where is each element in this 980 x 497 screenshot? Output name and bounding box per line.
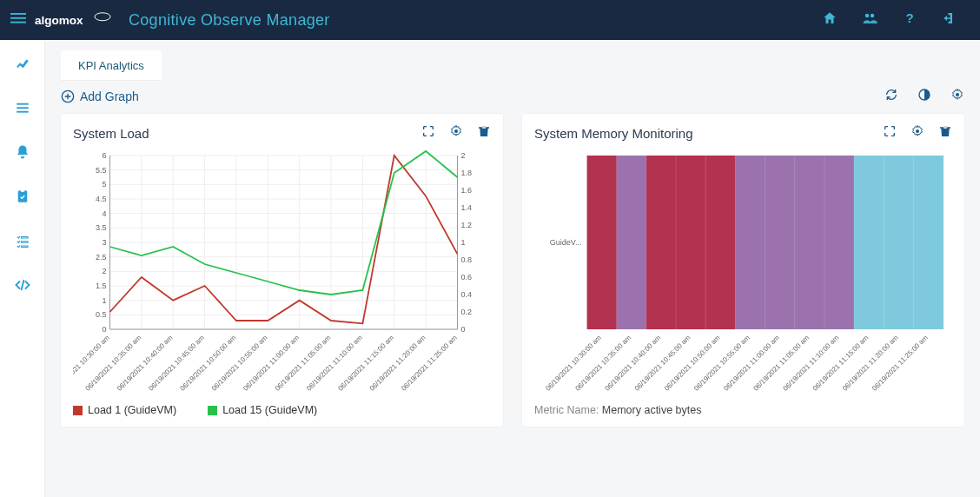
svg-rect-12 xyxy=(20,189,24,192)
menu-toggle-icon[interactable] xyxy=(10,10,26,30)
svg-text:0.8: 0.8 xyxy=(461,255,473,264)
panel-title-mem: System Memory Monitoring xyxy=(534,126,693,141)
svg-text:1.4: 1.4 xyxy=(461,203,473,212)
svg-text:06/19/2021 11:25:00 am: 06/19/2021 11:25:00 am xyxy=(871,334,930,393)
home-icon[interactable] xyxy=(822,10,838,30)
app-title: Cognitive Observe Manager xyxy=(129,11,330,30)
svg-rect-92 xyxy=(735,156,765,329)
svg-text:4.5: 4.5 xyxy=(96,195,107,203)
expand-icon[interactable] xyxy=(883,124,897,142)
svg-text:06/19/2021 11:15:00 am: 06/19/2021 11:15:00 am xyxy=(811,334,871,393)
svg-text:2: 2 xyxy=(461,151,466,160)
main-content: KPI Analytics Add Graph xyxy=(45,40,980,497)
svg-text:06/19/2021 10:40:00 am: 06/19/2021 10:40:00 am xyxy=(116,334,175,393)
tab-kpi-analytics[interactable]: KPI Analytics xyxy=(61,50,162,81)
panel-system-load: System Load 00.511.522.533.544.555.5600.… xyxy=(61,114,503,427)
expand-icon[interactable] xyxy=(421,124,435,142)
chart-system-load: 00.511.522.533.544.555.5600.20.40.60.811… xyxy=(73,147,491,399)
svg-text:06/19/2021 11:25:00 am: 06/19/2021 11:25:00 am xyxy=(400,334,459,393)
svg-rect-86 xyxy=(646,156,677,329)
svg-rect-82 xyxy=(587,156,618,329)
nav-bell-icon[interactable] xyxy=(15,144,30,164)
nav-list-icon[interactable] xyxy=(15,100,30,120)
svg-text:06/19/2021 10:50:00 am: 06/19/2021 10:50:00 am xyxy=(179,334,238,393)
gear-icon[interactable] xyxy=(910,124,924,142)
topbar: algomox Cognitive Observe Manager ? xyxy=(0,0,980,40)
svg-text:06/19/2021 10:30:00 am: 06/19/2021 10:30:00 am xyxy=(544,334,603,393)
svg-text:06/19/2021 11:05:00 am: 06/19/2021 11:05:00 am xyxy=(752,334,811,393)
svg-text:3: 3 xyxy=(102,238,106,247)
svg-text:GuideV...: GuideV... xyxy=(550,238,582,247)
gear-icon[interactable] xyxy=(449,124,463,142)
svg-text:4: 4 xyxy=(102,209,106,218)
svg-rect-8 xyxy=(17,103,29,105)
svg-text:06/19/2021 10:35:00 am: 06/19/2021 10:35:00 am xyxy=(573,334,632,393)
svg-text:1: 1 xyxy=(461,238,466,247)
svg-point-5 xyxy=(865,13,870,17)
svg-text:2.5: 2.5 xyxy=(96,253,107,262)
contrast-icon[interactable] xyxy=(917,88,931,105)
svg-text:algomox: algomox xyxy=(35,14,83,27)
logout-icon[interactable] xyxy=(942,10,957,30)
svg-rect-11 xyxy=(17,190,27,202)
svg-text:06/19/2021 11:20:00 am: 06/19/2021 11:20:00 am xyxy=(841,334,900,393)
svg-text:06/19/2021 11:00:00 am: 06/19/2021 11:00:00 am xyxy=(722,334,781,393)
svg-text:06/19/2021 10:45:00 am: 06/19/2021 10:45:00 am xyxy=(147,334,206,393)
toolbar-row: Add Graph xyxy=(61,88,964,105)
svg-text:06/19/2021 11:10:00 am: 06/19/2021 11:10:00 am xyxy=(782,334,841,393)
logo: algomox xyxy=(35,8,113,32)
svg-rect-90 xyxy=(705,156,736,329)
users-icon[interactable] xyxy=(862,10,877,30)
svg-text:0.2: 0.2 xyxy=(461,308,473,316)
trash-icon[interactable] xyxy=(938,124,952,142)
svg-rect-84 xyxy=(617,156,647,329)
nav-tasks-icon[interactable] xyxy=(15,233,30,253)
panel-title-load: System Load xyxy=(73,126,149,141)
svg-point-16 xyxy=(454,129,458,133)
svg-text:3.5: 3.5 xyxy=(96,223,107,232)
svg-text:0.5: 0.5 xyxy=(96,310,107,319)
nav-clipboard-icon[interactable] xyxy=(15,189,30,209)
svg-text:5: 5 xyxy=(102,180,106,189)
refresh-icon[interactable] xyxy=(884,88,898,105)
svg-text:06/19/2021 11:10:00 am: 06/19/2021 11:10:00 am xyxy=(305,334,364,393)
svg-point-6 xyxy=(871,13,875,17)
page-tools xyxy=(884,88,964,105)
left-nav xyxy=(0,40,45,497)
svg-point-15 xyxy=(956,93,959,96)
svg-rect-100 xyxy=(854,156,884,329)
svg-rect-96 xyxy=(795,156,825,329)
svg-text:1.2: 1.2 xyxy=(461,221,473,229)
svg-text:06/19/2021 10:40:00 am: 06/19/2021 10:40:00 am xyxy=(604,334,663,393)
svg-rect-102 xyxy=(884,156,914,329)
svg-text:1.8: 1.8 xyxy=(461,169,473,177)
svg-text:06/19/2021 10:35:00 am: 06/19/2021 10:35:00 am xyxy=(84,334,143,393)
help-icon[interactable]: ? xyxy=(902,10,917,30)
svg-text:06/19/2021 10:55:00 am: 06/19/2021 10:55:00 am xyxy=(692,334,752,393)
settings-icon[interactable] xyxy=(950,88,964,105)
legend-load1: Load 1 (GuideVM) xyxy=(88,404,176,416)
svg-point-81 xyxy=(916,129,919,133)
trash-icon[interactable] xyxy=(477,124,491,142)
svg-text:06/19/2021 10:45:00 am: 06/19/2021 10:45:00 am xyxy=(633,334,692,393)
svg-rect-98 xyxy=(824,156,855,329)
svg-text:1.5: 1.5 xyxy=(96,282,107,290)
svg-rect-0 xyxy=(10,13,26,15)
legend-load15: Load 15 (GuideVM) xyxy=(222,404,317,416)
svg-text:2: 2 xyxy=(102,267,106,275)
nav-analytics-icon[interactable] xyxy=(15,56,30,76)
add-graph-button[interactable]: Add Graph xyxy=(61,89,139,103)
panel-system-memory: System Memory Monitoring GuideV...06/19/… xyxy=(522,114,964,427)
svg-text:06/19/2021 11:00:00 am: 06/19/2021 11:00:00 am xyxy=(242,334,301,393)
nav-code-icon[interactable] xyxy=(15,277,30,297)
svg-text:0: 0 xyxy=(102,325,106,334)
svg-rect-10 xyxy=(17,111,29,113)
metric-caption: Metric Name: Memory active bytes xyxy=(534,404,952,416)
svg-text:06/19/2021 11:05:00 am: 06/19/2021 11:05:00 am xyxy=(274,334,333,393)
svg-text:0.6: 0.6 xyxy=(461,273,473,282)
svg-rect-104 xyxy=(913,156,944,329)
svg-text:5.5: 5.5 xyxy=(96,166,107,175)
svg-text:0: 0 xyxy=(461,325,466,334)
svg-text:06/19/2021 10:55:00 am: 06/19/2021 10:55:00 am xyxy=(210,334,269,393)
svg-text:1.6: 1.6 xyxy=(461,186,473,195)
